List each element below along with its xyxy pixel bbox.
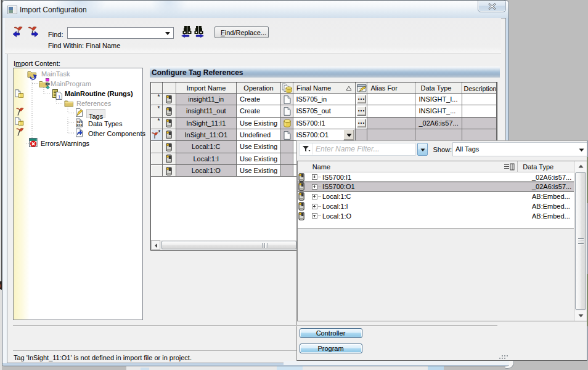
svg-text:010: 010 (76, 124, 82, 127)
svg-text:1: 1 (58, 94, 61, 100)
